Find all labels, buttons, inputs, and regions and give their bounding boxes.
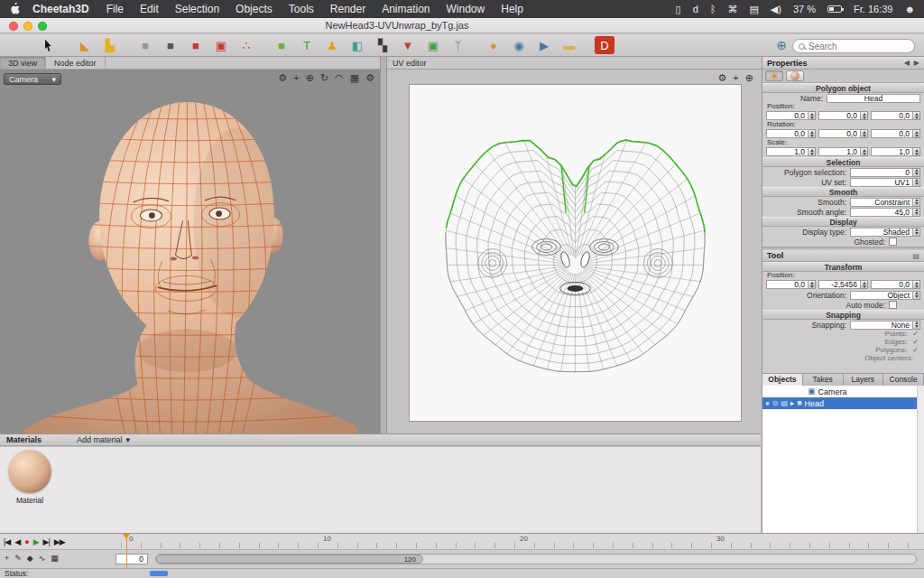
search-input[interactable] (808, 42, 924, 51)
shield-icon[interactable]: ▼ (398, 36, 418, 54)
ruler-tool-icon[interactable]: ◣ (75, 36, 95, 54)
stepper[interactable] (861, 147, 868, 156)
rotation-field[interactable]: 0,0 (818, 129, 861, 138)
move-icon[interactable]: + (293, 72, 299, 84)
checker-cube-icon[interactable]: ▚ (373, 36, 393, 54)
polygons-checkbox[interactable]: ✓ (912, 346, 919, 354)
stepper[interactable] (808, 147, 816, 156)
tab-object-properties[interactable]: ∗ (765, 70, 783, 81)
material-item[interactable]: Material (5, 450, 54, 505)
menu-item[interactable]: Help (493, 3, 531, 15)
stepper[interactable] (913, 178, 920, 187)
position-field[interactable]: 0,0 (871, 111, 913, 120)
orbit-icon[interactable]: ◠ (335, 72, 344, 84)
create-cube-icon[interactable]: ■ (272, 36, 291, 54)
stepper[interactable] (861, 280, 868, 289)
stepper[interactable] (913, 198, 920, 207)
gear-icon[interactable]: ⚙ (717, 72, 726, 84)
rotation-field[interactable]: 0,0 (871, 129, 913, 138)
camera-render-icon[interactable]: ◉ (509, 36, 529, 54)
stepper[interactable] (808, 280, 816, 289)
tool-position-field[interactable]: -2,5456 (818, 280, 861, 289)
d-icon[interactable]: d (693, 4, 698, 14)
view-tab[interactable]: Node editor (46, 57, 106, 69)
rotation-field[interactable]: 0,0 (766, 129, 808, 138)
command-icon[interactable]: ⌘ (727, 4, 737, 15)
view-tab[interactable]: 3D view (0, 57, 46, 69)
objects-tab[interactable]: Takes (803, 374, 844, 386)
dope-sheet-icon[interactable]: ▦ (51, 554, 59, 563)
zoom-button[interactable] (38, 22, 47, 31)
polygon-selection-field[interactable]: 0 (850, 168, 913, 177)
pages-icon[interactable]: ▯ (676, 4, 681, 15)
step-back-button[interactable]: ◀ (14, 538, 20, 546)
stepper[interactable] (861, 111, 868, 120)
volume-icon[interactable]: ◀) (771, 4, 781, 15)
menu-item[interactable]: Window (439, 3, 494, 15)
menu-item[interactable]: Tools (281, 3, 322, 15)
history-forward-icon[interactable]: ▶ (914, 59, 919, 67)
scale-field[interactable]: 1,0 (766, 147, 808, 156)
search-field[interactable] (792, 39, 915, 53)
objects-tab[interactable]: Console (883, 374, 924, 386)
play-button[interactable]: ▶ (33, 538, 39, 546)
edges-checkbox[interactable]: ✓ (912, 338, 919, 346)
minimize-button[interactable] (23, 22, 32, 31)
auto-mode-checkbox[interactable] (889, 301, 897, 309)
objects-tab[interactable]: Layers (844, 374, 884, 386)
stepper[interactable] (913, 168, 920, 177)
cheetah-render-icon[interactable]: ● (484, 36, 504, 54)
figure-object-icon[interactable]: ᛉ (448, 36, 468, 54)
file-icon[interactable]: ▬ (559, 36, 579, 54)
smooth-dropdown[interactable]: Constraint (850, 198, 913, 207)
rotate-icon[interactable]: ↻ (320, 72, 328, 84)
jump-start-button[interactable]: |◀ (4, 538, 10, 546)
head-model[interactable] (0, 70, 380, 434)
position-field[interactable]: 0,0 (766, 111, 808, 120)
bluetooth-icon[interactable]: ᛒ (710, 4, 716, 14)
add-material-button[interactable]: Add material ▾ (77, 435, 130, 444)
boolean-object-icon[interactable]: ◧ (347, 36, 367, 54)
select-tool-icon[interactable] (40, 36, 60, 54)
text-object-icon[interactable]: T (297, 36, 317, 54)
history-back-icon[interactable]: ◀ (904, 59, 910, 67)
tab-material-properties[interactable] (786, 70, 804, 81)
stepper[interactable] (913, 208, 920, 217)
uv-mesh[interactable] (410, 85, 741, 421)
pencil-icon[interactable]: ✎ (14, 554, 22, 563)
object-row-camera[interactable]: ▣ Camera (762, 386, 924, 397)
tool-position-field[interactable]: 0,0 (766, 280, 808, 289)
menu-item[interactable]: Objects (227, 3, 281, 15)
scale-field[interactable]: 1,0 (818, 147, 861, 156)
apple-menu[interactable] (9, 3, 20, 15)
uv-set-dropdown[interactable]: UV1 (850, 178, 913, 187)
tool-position-field[interactable]: 0,0 (871, 280, 913, 289)
vertex-tool-icon[interactable]: ∴ (236, 36, 256, 54)
name-field[interactable]: Head (827, 94, 920, 103)
eye-icon[interactable]: ⊙ (772, 400, 779, 407)
ghosted-checkbox[interactable] (889, 238, 897, 246)
jump-end-button[interactable]: ▶▶ (54, 538, 65, 546)
camera-dropdown[interactable]: Camera ▾ (4, 73, 61, 85)
key-icon[interactable]: ◆ (27, 554, 33, 563)
menu-item[interactable]: Selection (167, 3, 227, 15)
stepper[interactable] (913, 129, 920, 138)
curve-icon[interactable]: ∿ (39, 554, 46, 563)
globe-icon[interactable]: ⊕ (776, 38, 787, 52)
red-cube-tool-icon[interactable]: ■ (186, 36, 206, 54)
disclosure-icon[interactable]: ▸ (790, 400, 794, 407)
red-box-tool-icon[interactable]: ▣ (211, 36, 231, 54)
settings-icon[interactable]: ⚙ (365, 72, 374, 84)
range-slider[interactable]: 120 (156, 555, 423, 564)
3d-viewport[interactable]: Camera ▾ ⚙+⊕↻◠▦⚙ (0, 70, 380, 434)
lathe-object-icon[interactable]: ♟ (322, 36, 342, 54)
stepper[interactable] (913, 321, 920, 330)
move-icon[interactable]: + (733, 72, 738, 84)
stepper[interactable] (913, 228, 920, 237)
stepper[interactable] (861, 129, 868, 138)
menu-item[interactable]: Edit (132, 3, 167, 15)
panel-splitter[interactable] (380, 57, 387, 434)
render-flag-icon[interactable]: ▤ (781, 400, 789, 407)
step-forward-button[interactable]: ▶| (43, 538, 50, 546)
frame-field[interactable]: 0 (116, 554, 148, 564)
